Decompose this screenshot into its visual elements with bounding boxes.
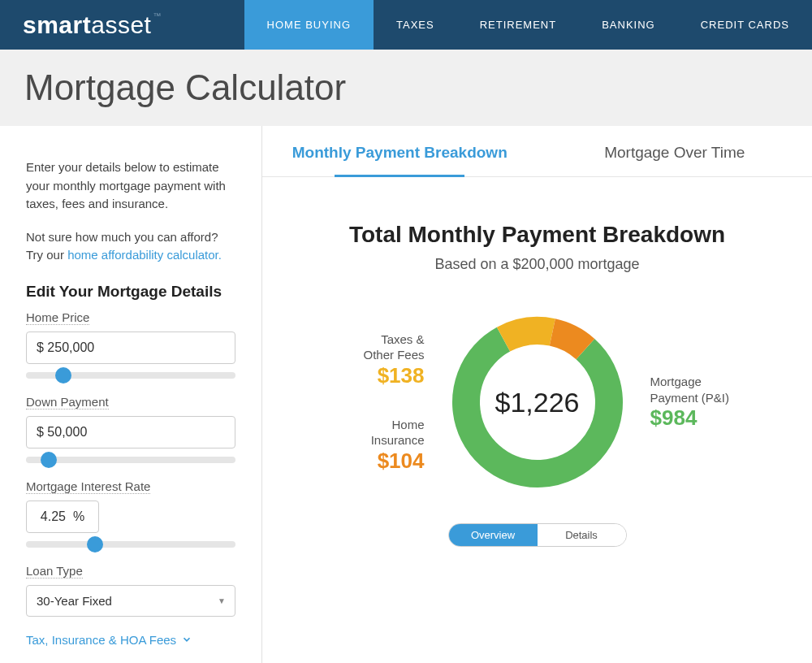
top-header: smartasset™ HOME BUYING TAXES RETIREMENT… (0, 0, 812, 50)
logo-tm: ™ (153, 11, 162, 20)
down-payment-slider-thumb[interactable] (41, 452, 57, 468)
interest-rate-label: Mortgage Interest Rate (26, 479, 150, 494)
sidebar: Enter your details below to estimate you… (0, 126, 262, 663)
interest-rate-field: Mortgage Interest Rate (26, 479, 235, 548)
view-toggle: Overview Details (448, 523, 627, 547)
interest-rate-slider[interactable] (26, 541, 235, 548)
logo[interactable]: smartasset™ (0, 11, 162, 39)
breakdown-area: Total Monthly Payment Breakdown Based on… (262, 177, 812, 571)
mortgage-label-1: Mortgage (650, 374, 764, 390)
main-nav: HOME BUYING TAXES RETIREMENT BANKING CRE… (244, 0, 812, 50)
chart-row: Taxes & Other Fees $138 Home Insurance $… (295, 314, 780, 491)
insurance-label-group: Home Insurance $104 (311, 417, 425, 474)
donut-center-total: $1,226 (449, 314, 626, 491)
taxes-label-2: Other Fees (311, 347, 425, 363)
results-panel: Monthly Payment Breakdown Mortgage Over … (262, 126, 812, 663)
loan-type-select[interactable]: 30-Year Fixed (26, 585, 235, 617)
down-payment-slider[interactable] (26, 457, 235, 463)
home-price-input[interactable] (26, 332, 235, 364)
logo-part2: asset (91, 11, 151, 38)
logo-part1: smart (23, 11, 91, 38)
down-payment-label: Down Payment (26, 395, 109, 410)
nav-credit-cards[interactable]: CREDIT CARDS (678, 0, 812, 50)
mortgage-label-2: Payment (P&I) (650, 390, 764, 406)
page-title: Mortgage Calculator (0, 50, 812, 126)
insurance-label-1: Home (311, 417, 425, 433)
edit-details-title: Edit Your Mortgage Details (26, 283, 235, 301)
toggle-details[interactable]: Details (538, 524, 626, 546)
breakdown-title: Total Monthly Payment Breakdown (295, 222, 780, 248)
down-payment-field: Down Payment (26, 395, 235, 463)
left-labels: Taxes & Other Fees $138 Home Insurance $… (311, 332, 425, 474)
main-content: Enter your details below to estimate you… (0, 126, 812, 663)
interest-rate-input[interactable] (26, 500, 99, 533)
insurance-value: $104 (311, 448, 425, 474)
home-price-field: Home Price (26, 310, 235, 379)
insurance-label-2: Insurance (311, 432, 425, 448)
down-payment-input[interactable] (26, 416, 235, 448)
loan-type-field: Loan Type 30-Year Fixed ▼ (26, 564, 235, 617)
tab-monthly-breakdown[interactable]: Monthly Payment Breakdown (262, 126, 538, 176)
mortgage-value: $984 (650, 405, 764, 431)
right-labels: Mortgage Payment (P&I) $984 (650, 374, 764, 431)
loan-type-label: Loan Type (26, 564, 83, 578)
toggle-overview[interactable]: Overview (449, 524, 538, 546)
breakdown-subtitle: Based on a $200,000 mortgage (295, 256, 780, 273)
donut-chart: $1,226 (449, 314, 626, 491)
interest-rate-slider-thumb[interactable] (87, 536, 103, 552)
intro-text-2: Not sure how much you can afford? Try ou… (26, 228, 235, 265)
mortgage-label-group: Mortgage Payment (P&I) $984 (650, 374, 764, 431)
home-price-label: Home Price (26, 310, 89, 325)
chevron-down-icon (181, 634, 192, 645)
tabs: Monthly Payment Breakdown Mortgage Over … (262, 126, 812, 177)
nav-retirement[interactable]: RETIREMENT (457, 0, 580, 50)
taxes-value: $138 (311, 363, 425, 388)
taxes-label-group: Taxes & Other Fees $138 (311, 332, 425, 388)
intro-text-1: Enter your details below to estimate you… (26, 158, 235, 214)
expand-link-label: Tax, Insurance & HOA Fees (26, 633, 176, 647)
nav-banking[interactable]: BANKING (579, 0, 678, 50)
nav-home-buying[interactable]: HOME BUYING (244, 0, 374, 50)
affordability-link[interactable]: home affordability calculator. (67, 248, 222, 262)
home-price-slider-thumb[interactable] (55, 367, 71, 384)
home-price-slider[interactable] (26, 372, 235, 379)
tab-mortgage-over-time[interactable]: Mortgage Over Time (538, 126, 813, 176)
tax-insurance-hoa-toggle[interactable]: Tax, Insurance & HOA Fees (26, 633, 235, 647)
taxes-label-1: Taxes & (311, 332, 425, 348)
nav-taxes[interactable]: TAXES (374, 0, 457, 50)
